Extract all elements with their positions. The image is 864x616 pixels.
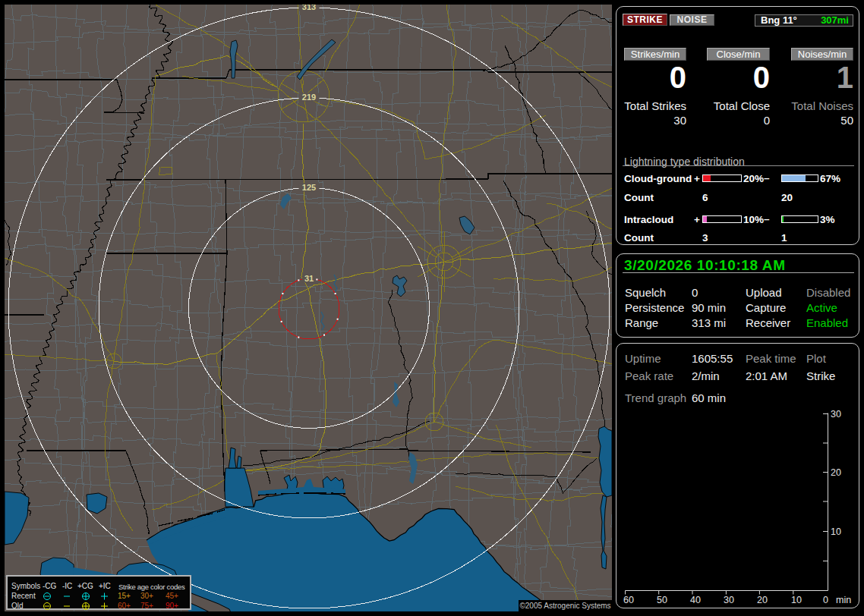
- svg-text:10: 10: [791, 595, 802, 605]
- svg-text:30: 30: [724, 595, 734, 605]
- svg-text:219: 219: [302, 93, 316, 102]
- svg-text:40: 40: [690, 595, 701, 605]
- svg-text:60: 60: [623, 595, 634, 605]
- svg-text:min: min: [836, 595, 851, 605]
- svg-text:125: 125: [302, 183, 316, 192]
- svg-text:10: 10: [831, 526, 841, 537]
- svg-text:0: 0: [823, 595, 828, 605]
- svg-text:313: 313: [302, 5, 316, 11]
- svg-text:31: 31: [304, 274, 314, 283]
- svg-text:20: 20: [757, 595, 768, 605]
- svg-text:50: 50: [657, 595, 667, 605]
- svg-text:30: 30: [831, 409, 841, 420]
- svg-text:20: 20: [831, 467, 841, 478]
